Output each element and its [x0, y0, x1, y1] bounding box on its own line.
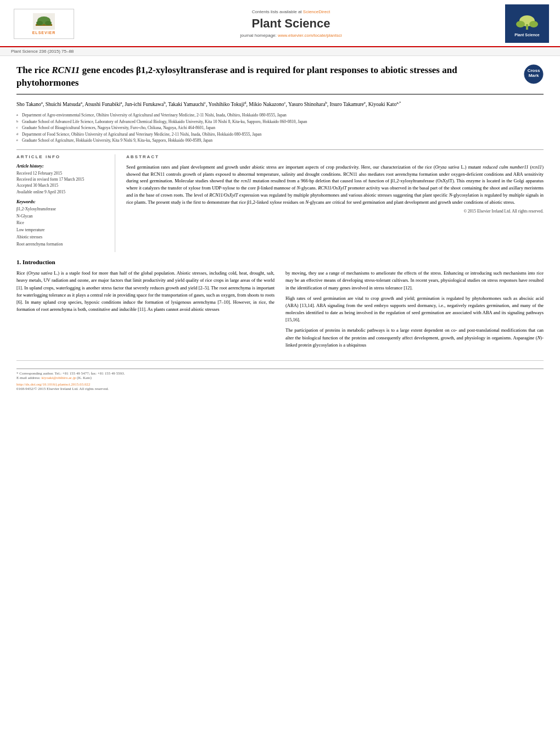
- article-footer: * Corresponding author. Tel.: +81 155 49…: [16, 360, 544, 391]
- email-address: kiyoaki@obihiro.ac.jp: [42, 376, 76, 380]
- homepage-line: journal homepage: www.elsevier.com/locat…: [88, 33, 494, 38]
- abstract-col: ABSTRACT Seed germination rates and plan…: [126, 154, 544, 253]
- crossmark-icon: Cross Mark: [524, 64, 544, 84]
- copyright-line: © 2015 Elsevier Ireland Ltd. All rights …: [126, 209, 544, 214]
- abstract-text: Seed germination rates and plant develop…: [126, 164, 544, 206]
- intro-number: 1.: [16, 259, 21, 265]
- history-label: Article history:: [16, 164, 108, 169]
- journal-volume: Plant Science 236 (2015) 75–88: [11, 49, 74, 54]
- intro-heading: Introduction: [23, 259, 55, 265]
- elsevier-logo-area: ELSEVIER: [11, 9, 77, 39]
- keyword-1: β1,2-Xylosyltransferase: [16, 206, 108, 213]
- header-center: Contents lists available at ScienceDirec…: [77, 9, 505, 38]
- received-revised-date: Received in revised form 17 March 2015: [16, 176, 108, 182]
- received-date: Received 12 February 2015: [16, 170, 108, 176]
- corresponding-note: * Corresponding author. Tel.: +81 155 49…: [16, 369, 544, 380]
- main-content: The rice RCN11 gene encodes β1,2-xylosyl…: [0, 56, 560, 399]
- svg-point-3: [36, 21, 43, 25]
- affiliation-c: c Graduate School of Bioagricultural Sci…: [16, 125, 544, 131]
- keyword-4: Low temperature: [16, 227, 108, 234]
- keyword-6: Root aerenchyma formation: [16, 241, 108, 248]
- keyword-3: Rice: [16, 220, 108, 227]
- article-info-abstract: ARTICLE INFO Article history: Received 1…: [16, 149, 544, 253]
- intro-title: 1. Introduction: [16, 259, 544, 265]
- history-group: Article history: Received 12 February 20…: [16, 164, 108, 195]
- abstract-label: ABSTRACT: [126, 154, 544, 159]
- svg-point-8: [516, 21, 525, 27]
- keywords-label: Keywords:: [16, 199, 108, 204]
- keywords-list: β1,2-Xylosyltransferase N-Glycan Rice Lo…: [16, 206, 108, 248]
- keyword-2: N-Glycan: [16, 213, 108, 220]
- title-italic: RCN11: [52, 65, 80, 75]
- corresponding-tel-text: * Corresponding author. Tel.: +81 155 49…: [16, 371, 125, 376]
- intro-body: Rice (Oryza sativa L.) is a staple food …: [16, 270, 544, 352]
- affiliation-e: e Graduate School of Agriculture, Hokkai…: [16, 138, 544, 144]
- affiliation-a: a Department of Agro-environmental Scien…: [16, 113, 544, 119]
- doi-line: http://dx.doi.org/10.1016/j.plantsci.201…: [16, 382, 544, 387]
- email-name: (K. Kato): [77, 376, 92, 380]
- page: ELSEVIER Contents lists available at Sci…: [0, 0, 560, 742]
- email-label: E-mail address:: [16, 376, 41, 380]
- elsevier-tree-icon: [33, 13, 55, 30]
- email-line: E-mail address: kiyoaki@obihiro.ac.jp (K…: [16, 376, 544, 380]
- plant-science-logo: Plant Science: [505, 4, 549, 43]
- intro-para-4: The participation of proteins in metabol…: [285, 327, 544, 349]
- keywords-group: Keywords: β1,2-Xylosyltransferase N-Glyc…: [16, 199, 108, 248]
- journal-info-bar: Plant Science 236 (2015) 75–88: [0, 47, 560, 56]
- intro-para-3: High rates of seed germination are vital…: [285, 295, 544, 324]
- svg-rect-5: [43, 24, 45, 26]
- crossmark-badge: Cross Mark: [524, 64, 544, 84]
- corresponding-tel: * Corresponding author. Tel.: +81 155 49…: [16, 371, 544, 376]
- homepage-label: journal homepage:: [240, 33, 276, 38]
- issn-line: 0168-9452/© 2015 Elsevier Ireland Ltd. A…: [16, 387, 544, 391]
- article-title: The rice RCN11 gene encodes β1,2-xylosyl…: [16, 64, 524, 90]
- svg-point-9: [529, 21, 538, 27]
- intro-para-2: by moving, they use a range of mechanism…: [285, 270, 544, 292]
- footnote-section: * Corresponding author. Tel.: +81 155 49…: [16, 364, 544, 391]
- affiliation-d: d Department of Food Science, Obihiro Un…: [16, 132, 544, 138]
- intro-para-1: Rice (Oryza sativa L.) is a staple food …: [16, 270, 275, 313]
- journal-header: ELSEVIER Contents lists available at Sci…: [0, 0, 560, 47]
- affiliation-b: b Graduate School of Advanced Life Scien…: [16, 119, 544, 125]
- introduction-section: 1. Introduction Rice (Oryza sativa L.) i…: [16, 259, 544, 352]
- contents-available-text: Contents lists available at: [252, 9, 302, 14]
- sciencedirect-link: ScienceDirect: [303, 9, 330, 14]
- elsevier-brand-text: ELSEVIER: [32, 31, 56, 35]
- article-title-section: The rice RCN11 gene encodes β1,2-xylosyl…: [16, 64, 544, 94]
- available-date: Available online 9 April 2015: [16, 189, 108, 195]
- journal-title: Plant Science: [88, 16, 494, 31]
- intro-col1: Rice (Oryza sativa L.) is a staple food …: [16, 270, 275, 352]
- authors-section: Sho Takanoa, Shuichi Matsudaa, Atsushi F…: [16, 100, 544, 108]
- svg-text:Mark: Mark: [529, 73, 539, 78]
- doi-section: http://dx.doi.org/10.1016/j.plantsci.201…: [16, 382, 544, 391]
- svg-rect-10: [526, 24, 528, 30]
- keyword-5: Abiotic stresses: [16, 234, 108, 241]
- article-info-label: ARTICLE INFO: [16, 154, 108, 159]
- svg-text:Plant Science: Plant Science: [514, 33, 540, 37]
- article-dates: Received 12 February 2015 Received in re…: [16, 170, 108, 195]
- homepage-url: www.elsevier.com/locate/plantsci: [278, 33, 342, 38]
- svg-text:Cross: Cross: [528, 68, 540, 73]
- elsevier-logo: ELSEVIER: [14, 9, 74, 39]
- svg-point-4: [45, 21, 52, 25]
- ps-logo-icon: Plant Science: [507, 7, 547, 41]
- affiliations: a Department of Agro-environmental Scien…: [16, 113, 544, 144]
- accepted-date: Accepted 30 March 2015: [16, 182, 108, 188]
- sciencedirect-line: Contents lists available at ScienceDirec…: [88, 9, 494, 14]
- intro-col2: by moving, they use a range of mechanism…: [285, 270, 544, 352]
- article-info-col: ARTICLE INFO Article history: Received 1…: [16, 154, 115, 253]
